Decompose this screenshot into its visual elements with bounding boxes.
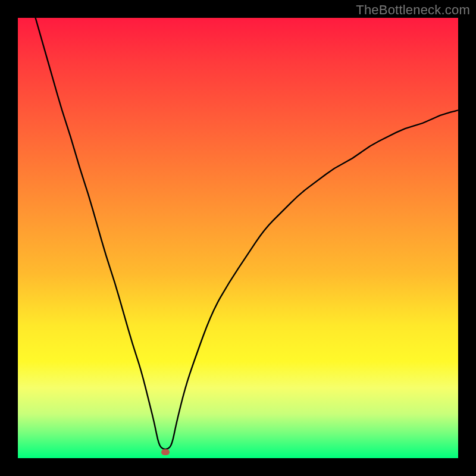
bottleneck-curve	[18, 18, 458, 458]
plot-area	[18, 18, 458, 458]
chart-frame: TheBottleneck.com	[0, 0, 476, 476]
watermark-text: TheBottleneck.com	[356, 2, 470, 18]
optimal-point-marker	[161, 449, 170, 455]
